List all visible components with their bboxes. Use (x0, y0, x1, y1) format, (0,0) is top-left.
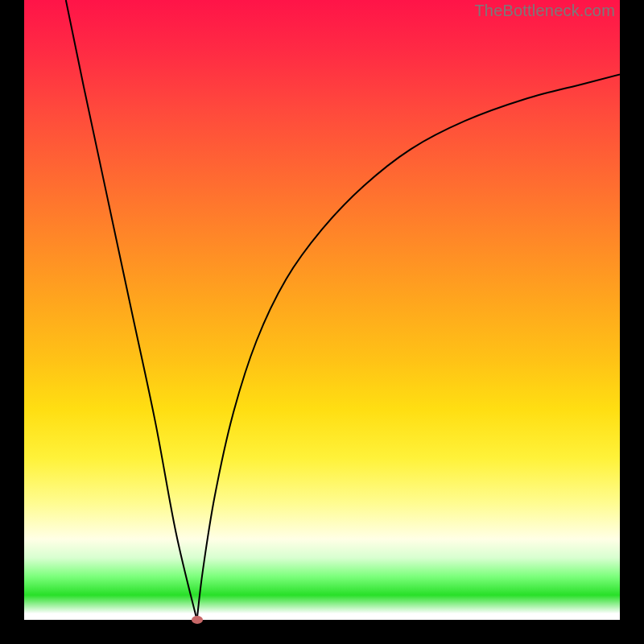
left-branch-path (66, 0, 197, 620)
curve-lines (24, 0, 620, 620)
plot-area: TheBottleneck.com (24, 0, 620, 620)
right-branch-path (197, 74, 620, 620)
chart-frame: TheBottleneck.com (0, 0, 644, 644)
